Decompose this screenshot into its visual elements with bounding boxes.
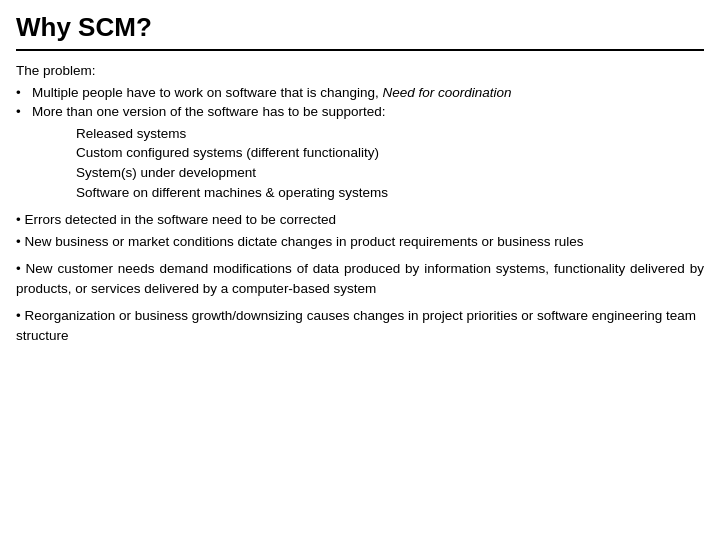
section-problem: The problem: • Multiple people have to w… — [16, 61, 704, 202]
customer-para: • New customer needs demand modification… — [16, 259, 704, 298]
list-item-3: System(s) under development — [76, 163, 704, 183]
section-reorg: • Reorganization or business growth/down… — [16, 306, 704, 345]
bullet-2: • More than one version of the software … — [16, 102, 704, 122]
indented-list: Released systems Custom configured syste… — [16, 124, 704, 202]
title-divider — [16, 49, 704, 51]
errors-line1: • Errors detected in the software need t… — [16, 210, 704, 230]
list-item-4: Software on different machines & operati… — [76, 183, 704, 203]
bullet-2-text: More than one version of the software ha… — [32, 102, 704, 122]
page-title: Why SCM? — [16, 12, 704, 43]
list-item-1: Released systems — [76, 124, 704, 144]
bullet-1: • Multiple people have to work on softwa… — [16, 83, 704, 103]
content-area: The problem: • Multiple people have to w… — [16, 61, 704, 345]
bullet-1-text: Multiple people have to work on software… — [32, 83, 704, 103]
section-errors: • Errors detected in the software need t… — [16, 210, 704, 251]
section-customer: • New customer needs demand modification… — [16, 259, 704, 298]
reorg-para: • Reorganization or business growth/down… — [16, 306, 704, 345]
problem-label: The problem: — [16, 61, 704, 81]
page-container: Why SCM? The problem: • Multiple people … — [0, 0, 720, 540]
list-item-2: Custom configured systems (different fun… — [76, 143, 704, 163]
bullet-symbol-1: • — [16, 83, 32, 103]
errors-line2: • New business or market conditions dict… — [16, 232, 704, 252]
bullet-symbol-2: • — [16, 102, 32, 122]
